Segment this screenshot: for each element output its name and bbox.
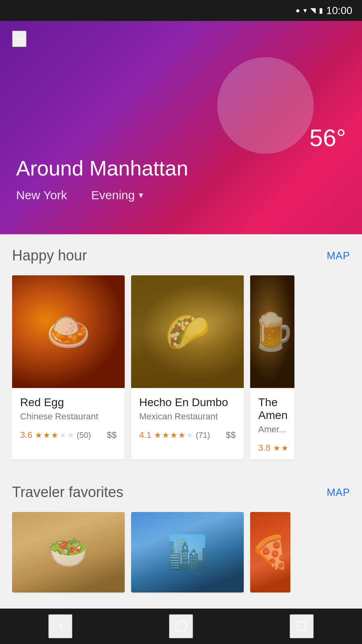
hero-content: Around Manhattan 56° New York Evening ▾ (0, 156, 362, 202)
traveler-card-image-2 (131, 512, 244, 592)
star-5: ★ (186, 430, 193, 440)
nav-home-button[interactable] (169, 614, 193, 638)
rating-number-red-egg: 3.6 (20, 430, 33, 440)
card-info-red-egg: Red Egg Chinese Restaurant 3.6 ★ ★ ★ ★ ★ (12, 388, 125, 447)
star-1: ★ (273, 443, 280, 453)
star-4: ★ (59, 430, 66, 440)
hero-city: New York (16, 188, 67, 202)
time-of-day-selector[interactable]: Evening ▾ (91, 188, 143, 202)
svg-rect-2 (298, 622, 306, 631)
traveler-card-2[interactable] (131, 512, 244, 592)
content-area: Happy hour MAP Red Egg Chinese Restauran… (0, 234, 362, 636)
rating-number-the-amen: 3.8 (258, 443, 271, 453)
traveler-favorites-map-link[interactable]: MAP (327, 486, 350, 499)
card-info-the-amen: The Amen Amer... 3.8 ★ ★ (250, 388, 294, 460)
stars-red-egg: ★ ★ ★ ★ ★ (35, 430, 74, 440)
nav-recent-button[interactable] (290, 614, 314, 638)
star-3: ★ (170, 430, 177, 440)
stars-hecho-en-dumbo: ★ ★ ★ ★ ★ (154, 430, 193, 440)
card-rating-row-the-amen: 3.8 ★ ★ (258, 443, 286, 453)
status-bar: ● ▾ ◥ ▮ 10:00 (0, 0, 362, 21)
location-icon: ● (296, 6, 300, 15)
traveler-card-image-3 (250, 512, 290, 592)
hero-title: Around Manhattan (16, 156, 346, 180)
traveler-card-image-1 (12, 512, 125, 592)
hero-circle-decoration (217, 57, 314, 154)
card-type-red-egg: Chinese Restaurant (20, 411, 117, 422)
svg-marker-0 (59, 623, 62, 630)
star-2: ★ (43, 430, 50, 440)
nav-back-icon (53, 619, 68, 634)
card-hecho-en-dumbo[interactable]: Hecho En Dumbo Mexican Restaurant 4.1 ★ … (131, 275, 244, 460)
bottom-navigation (0, 609, 362, 644)
wifi-icon: ▾ (303, 6, 307, 15)
card-rating-row-red-egg: 3.6 ★ ★ ★ ★ ★ (50) $$ (20, 430, 117, 440)
nav-home-icon (174, 619, 188, 634)
traveler-card-1[interactable] (12, 512, 125, 592)
dropdown-arrow-icon: ▾ (139, 190, 143, 200)
happy-hour-title: Happy hour (12, 247, 87, 264)
happy-hour-cards-row: Red Egg Chinese Restaurant 3.6 ★ ★ ★ ★ ★ (12, 275, 350, 463)
card-image-hecho-en-dumbo (131, 275, 244, 388)
review-count-red-egg: (50) (77, 431, 91, 440)
hero-meta: New York Evening ▾ (16, 188, 346, 202)
price-red-egg: $$ (107, 430, 117, 440)
card-rating-row-hecho-en-dumbo: 4.1 ★ ★ ★ ★ ★ (71) $$ (139, 430, 236, 440)
traveler-favorites-title: Traveler favorites (12, 484, 123, 501)
nav-back-button[interactable] (48, 614, 72, 638)
review-count-hecho-en-dumbo: (71) (196, 431, 210, 440)
card-image-red-egg (12, 275, 125, 388)
hero-section: ← Around Manhattan 56° New York Evening … (0, 21, 362, 234)
happy-hour-map-link[interactable]: MAP (327, 250, 350, 262)
battery-icon: ▮ (319, 6, 323, 15)
card-the-amen[interactable]: The Amen Amer... 3.8 ★ ★ (250, 275, 294, 460)
star-5: ★ (67, 430, 74, 440)
traveler-card-3[interactable] (250, 512, 290, 592)
card-type-the-amen: Amer... (258, 424, 286, 435)
star-1: ★ (154, 430, 161, 440)
stars-the-amen: ★ ★ (273, 443, 288, 453)
traveler-favorites-section: Traveler favorites MAP (0, 471, 362, 604)
svg-point-1 (176, 621, 187, 632)
price-hecho-en-dumbo: $$ (226, 430, 236, 440)
star-4: ★ (178, 430, 185, 440)
card-red-egg[interactable]: Red Egg Chinese Restaurant 3.6 ★ ★ ★ ★ ★ (12, 275, 125, 460)
star-2: ★ (281, 443, 288, 453)
card-image-the-amen (250, 275, 294, 388)
happy-hour-header: Happy hour MAP (12, 247, 350, 264)
signal-icon: ◥ (310, 6, 316, 15)
back-button[interactable]: ← (12, 31, 27, 47)
status-time: 10:00 (326, 4, 352, 17)
card-rating-hecho-en-dumbo: 4.1 ★ ★ ★ ★ ★ (71) (139, 430, 210, 440)
card-name-red-egg: Red Egg (20, 396, 117, 409)
nav-recent-icon (294, 619, 309, 634)
rating-number-hecho-en-dumbo: 4.1 (139, 430, 152, 440)
time-of-day-label: Evening (91, 188, 135, 202)
card-name-the-amen: The Amen (258, 396, 286, 422)
star-1: ★ (35, 430, 42, 440)
star-2: ★ (162, 430, 169, 440)
star-3: ★ (51, 430, 58, 440)
traveler-favorites-header: Traveler favorites MAP (12, 484, 350, 501)
card-type-hecho-en-dumbo: Mexican Restaurant (139, 411, 236, 422)
card-rating-red-egg: 3.6 ★ ★ ★ ★ ★ (50) (20, 430, 91, 440)
traveler-favorites-cards-row (12, 512, 350, 596)
happy-hour-section: Happy hour MAP Red Egg Chinese Restauran… (0, 234, 362, 471)
card-info-hecho-en-dumbo: Hecho En Dumbo Mexican Restaurant 4.1 ★ … (131, 388, 244, 447)
status-icons: ● ▾ ◥ ▮ 10:00 (296, 4, 352, 17)
hero-temperature: 56° (309, 124, 346, 152)
card-name-hecho-en-dumbo: Hecho En Dumbo (139, 396, 236, 409)
card-rating-the-amen: 3.8 ★ ★ (258, 443, 288, 453)
